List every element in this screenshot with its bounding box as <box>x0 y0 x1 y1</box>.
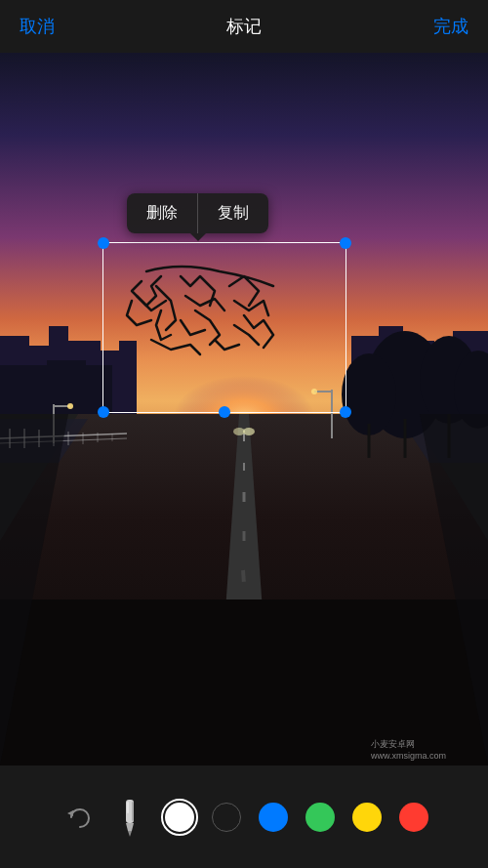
color-yellow[interactable] <box>352 803 382 832</box>
context-menu: 删除 复制 <box>127 193 268 233</box>
page-title: 标记 <box>226 15 262 38</box>
signature-drawing <box>102 242 346 413</box>
done-button[interactable]: 完成 <box>429 7 472 46</box>
svg-marker-62 <box>128 831 132 837</box>
svg-rect-63 <box>127 802 129 813</box>
cancel-button[interactable]: 取消 <box>16 7 59 46</box>
color-black[interactable] <box>212 803 241 832</box>
delete-option[interactable]: 删除 <box>127 193 198 233</box>
svg-rect-60 <box>132 802 134 821</box>
svg-point-54 <box>233 428 245 435</box>
watermark-text: 小麦安卓网 www.xmsigma.com <box>371 738 484 761</box>
color-green[interactable] <box>305 803 335 832</box>
pen-tool-button[interactable] <box>112 800 147 835</box>
color-white[interactable] <box>165 803 194 832</box>
bottom-toolbar <box>0 765 488 868</box>
svg-point-42 <box>67 403 73 409</box>
color-red[interactable] <box>399 803 428 832</box>
svg-point-48 <box>342 353 396 435</box>
copy-option[interactable]: 复制 <box>198 193 268 233</box>
svg-marker-61 <box>126 823 134 831</box>
watermark: 小麦安卓网 www.xmsigma.com <box>371 735 488 763</box>
undo-button[interactable] <box>60 800 95 835</box>
undo-icon <box>63 804 91 831</box>
nav-bar: 取消 标记 完成 <box>0 0 488 53</box>
pen-icon <box>118 798 142 837</box>
color-blue[interactable] <box>259 803 288 832</box>
svg-rect-8 <box>0 365 49 414</box>
svg-marker-58 <box>67 810 73 816</box>
tools-row <box>60 800 428 835</box>
